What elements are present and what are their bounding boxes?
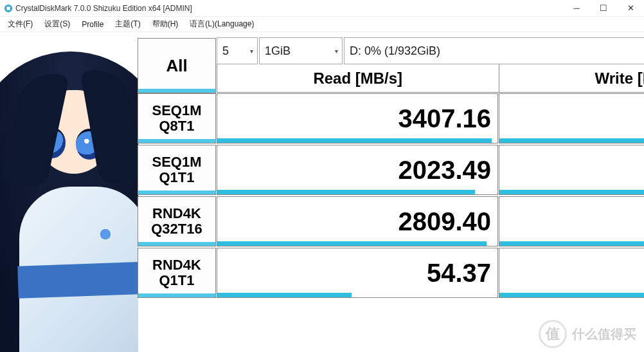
svg-rect-1: [6, 6, 10, 10]
chevron-down-icon: ▾: [335, 48, 338, 55]
menu-theme[interactable]: 主题(T): [110, 17, 145, 31]
shizuku-character: [0, 32, 138, 352]
read-value: 2023.49: [398, 156, 491, 185]
write-value-cell: 193.59: [499, 248, 644, 298]
app-icon: [4, 4, 13, 13]
watermark-badge: 值: [539, 320, 567, 348]
read-value-cell: 3407.16: [217, 93, 498, 144]
write-bar: [499, 138, 644, 143]
write-bar: [499, 241, 644, 246]
read-header: Read [MB/s]: [217, 64, 499, 93]
test-label-1: SEQ1M: [152, 103, 201, 118]
read-value-cell: 2809.40: [217, 196, 498, 246]
test-label-1: RND4K: [152, 206, 201, 221]
test-row: SEQ1M Q1T1 2023.49 2325.45: [137, 144, 644, 196]
read-value: 3407.16: [398, 104, 491, 133]
minimize-button[interactable]: ─: [563, 0, 590, 16]
close-button[interactable]: ✕: [617, 0, 644, 16]
maximize-button[interactable]: ☐: [590, 0, 617, 16]
test-count-dropdown[interactable]: 5 ▾: [217, 37, 258, 64]
benchmark-panel: All 5 ▾ 1GiB ▾ D: 0% (1/932GiB) ▾ MB/s ▾: [137, 37, 644, 299]
test-label-2: Q32T16: [151, 221, 202, 237]
seq1m-q8t1-button[interactable]: SEQ1M Q8T1: [138, 93, 216, 144]
menu-settings[interactable]: 设置(S): [39, 17, 75, 31]
seq1m-q1t1-button[interactable]: SEQ1M Q1T1: [138, 145, 216, 195]
menubar: 文件(F) 设置(S) Profile 主题(T) 帮助(H) 语言(L)(La…: [0, 17, 644, 32]
all-button[interactable]: All: [138, 38, 216, 93]
test-size-dropdown[interactable]: 1GiB ▾: [259, 37, 343, 64]
read-value: 2809.40: [398, 207, 491, 236]
test-count-value: 5: [222, 44, 229, 58]
read-bar: [217, 190, 475, 194]
write-value-cell: 2966.63: [499, 196, 644, 246]
read-bar: [217, 138, 492, 143]
write-value-cell: 2325.45: [499, 145, 644, 195]
drive-dropdown[interactable]: D: 0% (1/932GiB) ▾: [344, 37, 644, 64]
menu-profile[interactable]: Profile: [76, 19, 109, 30]
read-bar: [217, 293, 352, 297]
watermark-text: 什么值得买: [572, 326, 636, 343]
rnd4k-q32t16-button[interactable]: RND4K Q32T16: [138, 196, 216, 246]
watermark: 值 什么值得买: [539, 320, 636, 348]
read-value: 54.37: [427, 259, 491, 288]
write-bar: [499, 293, 644, 297]
write-value-cell: 3146.18: [499, 93, 644, 144]
chevron-down-icon: ▾: [250, 48, 253, 55]
drive-value: D: 0% (1/932GiB): [350, 44, 440, 58]
read-value-cell: 54.37: [217, 248, 498, 298]
test-row: RND4K Q32T16 2809.40 2966.63: [137, 196, 644, 247]
test-row: RND4K Q1T1 54.37 193.59: [137, 247, 644, 299]
test-size-value: 1GiB: [265, 44, 291, 58]
test-label-1: SEQ1M: [152, 154, 201, 170]
menu-help[interactable]: 帮助(H): [147, 17, 184, 31]
test-label-2: Q1T1: [159, 273, 194, 288]
menu-file[interactable]: 文件(F): [3, 17, 38, 31]
read-bar: [217, 241, 487, 246]
rnd4k-q1t1-button[interactable]: RND4K Q1T1: [138, 248, 216, 298]
main-area: All 5 ▾ 1GiB ▾ D: 0% (1/932GiB) ▾ MB/s ▾: [0, 32, 644, 352]
menu-language[interactable]: 语言(L)(Language): [184, 17, 259, 31]
test-row: SEQ1M Q8T1 3407.16 3146.18: [137, 93, 644, 144]
test-label-1: RND4K: [152, 257, 201, 273]
all-button-label: All: [166, 57, 187, 75]
titlebar: CrystalDiskMark 7.0.0 Shizuku Edition x6…: [0, 0, 644, 17]
write-bar: [499, 190, 644, 194]
test-label-2: Q1T1: [159, 170, 194, 185]
test-label-2: Q8T1: [159, 118, 194, 134]
read-value-cell: 2023.49: [217, 145, 498, 195]
window-title: CrystalDiskMark 7.0.0 Shizuku Edition x6…: [15, 4, 563, 13]
write-header: Write [MB/s]: [499, 64, 645, 93]
